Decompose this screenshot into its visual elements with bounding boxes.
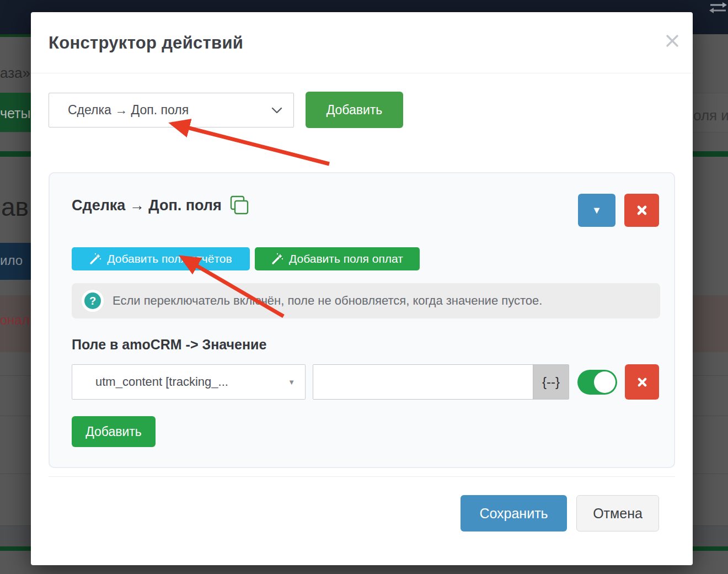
action-card-title: Сделка → Доп. поля <box>72 197 222 214</box>
magic-wand-icon <box>89 253 101 265</box>
add-row-button[interactable]: Добавить <box>72 416 156 447</box>
page-tab-reports-label: четы <box>0 105 31 121</box>
page-tab-fields-label[interactable]: оля и <box>693 107 728 124</box>
cross-icon <box>637 377 647 387</box>
collapse-card-button[interactable]: ▼ <box>578 194 615 227</box>
page-highlight-row-label: онал <box>0 312 30 328</box>
action-card: Сделка → Доп. поля ▼ <box>49 172 675 468</box>
triangle-down-icon: ▼ <box>592 205 602 216</box>
close-icon[interactable] <box>661 30 683 52</box>
modal-footer-divider <box>49 476 675 477</box>
cross-icon <box>636 205 647 216</box>
toggle-hint-text: Если переключатель включён, поле не обно… <box>113 294 542 308</box>
crm-field-select[interactable]: utm_content [tracking_... ▼ <box>72 364 306 400</box>
remove-card-button[interactable] <box>624 194 659 227</box>
action-constructor-modal: Конструктор действий Сделка → Доп. поля … <box>31 12 693 565</box>
swap-arrows-icon[interactable] <box>709 1 727 14</box>
page-nav-underline <box>0 34 31 37</box>
save-button[interactable]: Сохранить <box>461 495 567 532</box>
screen: аза» четы оля и ав ило онал Конструктор … <box>0 0 728 574</box>
add-report-fields-button[interactable]: Добавить поля отчётов <box>72 247 250 270</box>
crm-field-select-value: utm_content [tracking_... <box>95 375 228 389</box>
action-type-select-value: Сделка → Доп. поля <box>68 103 189 118</box>
magic-wand-icon <box>271 253 283 265</box>
toggle-hint-box: ? Если переключатель включён, поле не об… <box>72 283 660 318</box>
copy-icon[interactable] <box>229 195 249 215</box>
value-input-group: {--} <box>313 364 569 400</box>
macro-button[interactable]: {--} <box>533 365 569 399</box>
question-icon: ? <box>82 290 104 312</box>
action-type-select[interactable]: Сделка → Доп. поля <box>49 93 294 127</box>
add-payment-fields-button[interactable]: Добавить поля оплат <box>255 247 420 270</box>
add-payment-fields-label: Добавить поля оплат <box>289 252 403 265</box>
page-breadcrumb: аза» <box>0 65 30 82</box>
chevron-down-icon <box>271 107 282 114</box>
page-heading: ав <box>1 192 29 222</box>
skip-empty-toggle[interactable] <box>577 370 617 395</box>
mapping-section-label: Поле в amoCRM -> Значение <box>72 337 266 353</box>
add-action-button[interactable]: Добавить <box>306 92 403 128</box>
modal-title: Конструктор действий <box>49 33 243 53</box>
modal-header-divider <box>31 73 693 73</box>
value-input[interactable] <box>313 365 533 399</box>
triangle-down-icon: ▼ <box>288 378 295 386</box>
remove-row-button[interactable] <box>625 364 659 400</box>
add-report-fields-label: Добавить поля отчётов <box>107 252 232 265</box>
cancel-button[interactable]: Отмена <box>576 495 659 532</box>
toggle-knob <box>594 371 615 393</box>
page-rule-row-label: ило <box>0 253 23 268</box>
